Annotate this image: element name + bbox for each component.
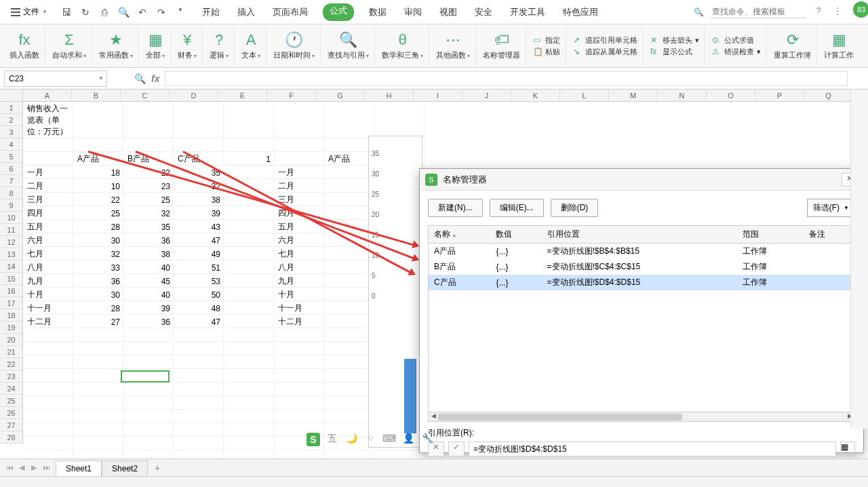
row-header[interactable]: 15 — [0, 273, 22, 285]
col-header[interactable]: I — [414, 90, 462, 101]
cell[interactable] — [24, 343, 73, 355]
cell[interactable] — [75, 452, 123, 459]
cell[interactable] — [75, 370, 123, 383]
trace-precedents-button[interactable]: ↗追踪引用单元格 — [573, 35, 637, 45]
cell[interactable]: 36 — [125, 235, 174, 247]
dialog-col-header[interactable]: 范围 — [737, 226, 804, 244]
cell[interactable] — [225, 303, 274, 315]
cell[interactable] — [326, 103, 374, 138]
cell[interactable] — [225, 384, 274, 396]
col-header[interactable]: J — [462, 90, 511, 101]
cell[interactable]: 18 — [75, 167, 123, 179]
notification-badge[interactable]: 83 — [853, 1, 868, 18]
cell[interactable] — [225, 103, 274, 138]
cell[interactable] — [376, 452, 425, 459]
cell[interactable] — [275, 330, 324, 342]
cell[interactable] — [225, 289, 274, 301]
tab-公式[interactable]: 公式 — [323, 3, 354, 21]
delete-name-button[interactable]: 删除(D) — [551, 199, 599, 217]
cell[interactable]: 四月 — [24, 208, 73, 220]
cell[interactable]: 49 — [175, 248, 224, 260]
tab-开始[interactable]: 开始 — [199, 3, 222, 21]
cell[interactable]: 43 — [175, 221, 224, 233]
dialog-cell[interactable]: {...} — [490, 275, 541, 290]
tab-视图[interactable]: 视图 — [437, 3, 460, 21]
cell[interactable] — [326, 343, 374, 355]
col-header[interactable]: L — [560, 90, 609, 101]
cell[interactable]: 25 — [125, 194, 174, 206]
cell[interactable] — [225, 425, 274, 437]
cell[interactable] — [125, 343, 174, 355]
prev-sheet-icon[interactable]: ◀ — [16, 463, 27, 472]
cell[interactable] — [175, 384, 224, 396]
cell[interactable] — [326, 208, 374, 220]
cell[interactable] — [225, 370, 274, 383]
cell[interactable] — [75, 411, 123, 423]
cell[interactable] — [75, 384, 123, 396]
dialog-cell[interactable]: =变动折线图!$B$4:$B$15 — [542, 244, 738, 260]
cell[interactable]: 33 — [75, 262, 123, 274]
tab-页面布局[interactable]: 页面布局 — [270, 3, 311, 21]
file-menu[interactable]: 文件 ▼ — [5, 3, 53, 20]
datetime-fn-button[interactable]: 🕐日期和时间▾ — [268, 27, 321, 65]
cell[interactable] — [175, 438, 224, 450]
cell[interactable]: 28 — [75, 303, 123, 315]
cell[interactable]: 40 — [125, 262, 174, 274]
row-header[interactable]: 20 — [0, 334, 22, 346]
cell[interactable] — [125, 384, 174, 396]
col-header[interactable]: P — [755, 90, 804, 101]
cell[interactable]: 28 — [75, 221, 123, 233]
cell[interactable] — [225, 275, 274, 288]
col-header[interactable]: E — [218, 90, 267, 101]
col-header[interactable]: G — [316, 90, 365, 101]
select-all-corner[interactable] — [0, 90, 23, 102]
cell[interactable]: 30 — [75, 235, 123, 247]
edit-name-button[interactable]: 编辑(E)... — [490, 199, 544, 217]
cell[interactable] — [175, 452, 224, 459]
dialog-cell[interactable] — [804, 275, 854, 290]
cell[interactable]: 销售收入一览表（单位：万元） — [24, 103, 73, 138]
row-header[interactable]: 13 — [0, 248, 22, 260]
dialog-hscrollbar[interactable]: ◀ ▶ — [429, 412, 854, 421]
row-header[interactable]: 24 — [0, 383, 22, 395]
cell[interactable] — [376, 103, 425, 138]
cell[interactable]: 40 — [125, 289, 174, 301]
col-header[interactable]: K — [511, 90, 560, 101]
wps-logo-icon[interactable]: S — [307, 433, 320, 446]
cell[interactable] — [275, 103, 324, 138]
assign-button[interactable]: ▭指定 — [533, 35, 560, 45]
tab-开发工具[interactable]: 开发工具 — [507, 3, 548, 21]
row-header[interactable]: 19 — [0, 322, 22, 334]
dialog-col-header[interactable]: 备注 — [804, 226, 854, 244]
row-header[interactable]: 2 — [0, 114, 22, 126]
tab-数据[interactable]: 数据 — [366, 3, 389, 21]
cell[interactable] — [125, 452, 174, 459]
cell[interactable] — [326, 289, 374, 301]
cell[interactable] — [24, 384, 73, 396]
common-fn-button[interactable]: ★常用函数▾ — [94, 27, 139, 65]
cell[interactable]: 32 — [75, 248, 123, 260]
cell[interactable] — [326, 167, 374, 179]
cell[interactable] — [225, 452, 274, 459]
row-header[interactable]: 6 — [0, 163, 22, 175]
cell[interactable] — [326, 262, 374, 274]
cell[interactable] — [125, 357, 174, 369]
row-header[interactable]: 26 — [0, 407, 22, 419]
first-sheet-icon[interactable]: ⏮ — [4, 463, 15, 472]
add-sheet-button[interactable]: + — [151, 463, 164, 473]
cell[interactable]: 五月 — [24, 221, 73, 233]
cell[interactable] — [24, 438, 73, 450]
row-header[interactable]: 17 — [0, 297, 22, 309]
text-fn-button[interactable]: A文本▾ — [236, 27, 267, 65]
cell[interactable] — [24, 452, 73, 459]
cell[interactable] — [275, 357, 324, 369]
col-header[interactable]: N — [658, 90, 707, 101]
cell[interactable] — [175, 103, 224, 138]
cell[interactable] — [125, 330, 174, 342]
row-header[interactable]: 27 — [0, 419, 22, 431]
row-header[interactable]: 3 — [0, 126, 22, 138]
cell[interactable]: 36 — [125, 316, 174, 328]
dots-icon[interactable]: ⁘ — [363, 433, 377, 446]
sheet-tab[interactable]: Sheet2 — [102, 461, 148, 476]
row-header[interactable]: 25 — [0, 395, 22, 407]
